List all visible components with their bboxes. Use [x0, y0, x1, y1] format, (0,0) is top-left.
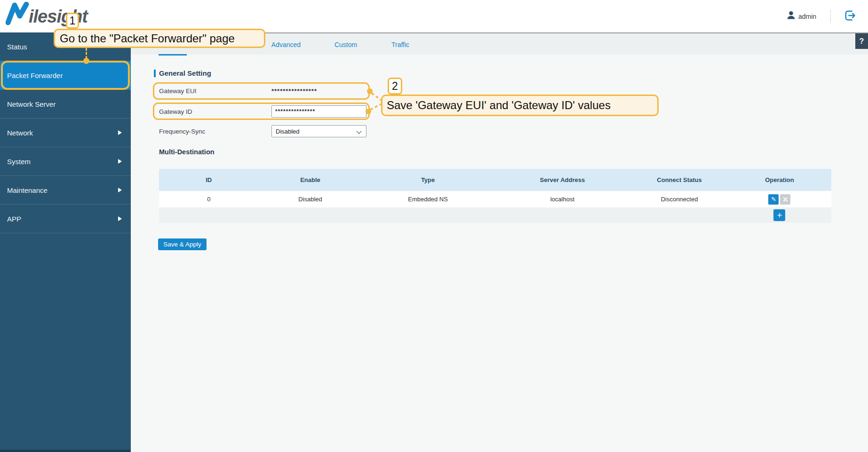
edit-button[interactable]: ✎ — [768, 194, 779, 205]
sidebar-item-label: Maintenance — [7, 186, 48, 194]
expand-arrow-icon — [118, 188, 122, 192]
save-apply-button[interactable]: Save & Apply — [158, 238, 207, 250]
step1-connector-dot — [83, 58, 89, 64]
section-accent-bar — [154, 70, 156, 77]
frequency-sync-row: Frequency-Sync Disabled — [131, 122, 394, 141]
expand-arrow-icon — [118, 130, 122, 135]
sidebar-item-app[interactable]: APP — [0, 205, 131, 233]
multi-destination-title: Multi-Destination — [159, 148, 215, 156]
tab-custom[interactable]: Custom — [334, 41, 357, 48]
user-area: admin — [787, 0, 856, 32]
logout-icon[interactable] — [844, 9, 856, 24]
expand-arrow-icon — [118, 216, 122, 221]
cell-operation: ✎ × — [728, 191, 831, 207]
table-row: 0 Disabled Embedded NS localhost Disconn… — [159, 191, 831, 207]
close-icon: × — [782, 195, 788, 204]
col-header-server-address: Server Address — [494, 169, 631, 191]
username-label[interactable]: admin — [798, 13, 816, 20]
help-button[interactable]: ? — [855, 33, 868, 49]
milesight-gateway-ui: ilesight admin Status Packe — [0, 0, 868, 452]
step1-badge: 1 — [66, 13, 79, 29]
col-header-operation: Operation — [728, 169, 831, 191]
tab-advanced[interactable]: Advanced — [271, 41, 301, 48]
expand-arrow-icon — [118, 159, 122, 164]
col-header-enable: Enable — [258, 169, 362, 191]
frequency-sync-select[interactable]: Disabled — [271, 125, 366, 137]
chevron-down-icon — [356, 128, 361, 134]
col-header-connect-status: Connect Status — [631, 169, 728, 191]
logo-m-mark-icon — [6, 2, 32, 27]
sidebar-item-label: Network Server — [7, 100, 56, 108]
delete-button[interactable]: × — [780, 194, 790, 205]
step1-callout: Go to the "Packet Forwarder" page — [54, 29, 265, 48]
sidebar-item-network[interactable]: Network — [0, 119, 131, 147]
step2-callout: Save 'Gateway EUI' and 'Gateway ID' valu… — [381, 95, 659, 116]
step1-connector-line — [86, 48, 87, 59]
table-header-row: ID Enable Type Server Address Connect St… — [159, 169, 831, 191]
col-header-id: ID — [159, 169, 258, 191]
multi-destination-table: ID Enable Type Server Address Connect St… — [159, 169, 831, 223]
user-icon — [787, 11, 796, 22]
col-header-type: Type — [362, 169, 494, 191]
step1-highlight-outline — [1, 61, 130, 90]
cell-id: 0 — [159, 191, 258, 207]
sidebar-item-system[interactable]: System — [0, 147, 131, 176]
app-header: ilesight admin — [0, 0, 868, 32]
sidebar-nav: Status Packet Forwarder Network Server N… — [0, 32, 131, 452]
cell-server-address: localhost — [494, 191, 631, 207]
frequency-sync-label: Frequency-Sync — [159, 128, 205, 135]
frequency-sync-selected-value: Disabled — [276, 128, 300, 135]
table-add-row: + — [159, 207, 831, 223]
add-row-button[interactable]: + — [773, 209, 785, 221]
sidebar-item-label: System — [7, 158, 31, 166]
step2-gateway-id-outline — [153, 103, 370, 120]
plus-icon: + — [777, 211, 782, 220]
sidebar-item-label: Status — [7, 43, 27, 51]
section-title-text: General Setting — [159, 69, 211, 77]
step2-gateway-eui-outline — [153, 82, 370, 100]
sidebar-item-maintenance[interactable]: Maintenance — [0, 176, 131, 205]
sidebar-item-label: APP — [7, 215, 21, 223]
header-divider — [830, 9, 831, 23]
cell-type: Embedded NS — [362, 191, 494, 207]
sidebar-item-label: Network — [7, 129, 33, 137]
sidebar-item-network-server[interactable]: Network Server — [0, 90, 131, 119]
cell-enable: Disabled — [258, 191, 362, 207]
active-tab-underline — [159, 54, 187, 56]
tab-traffic[interactable]: Traffic — [391, 41, 409, 48]
step2-badge: 2 — [388, 78, 402, 95]
cell-connect-status: Disconnected — [631, 191, 728, 207]
general-setting-section: General Setting — [154, 69, 211, 77]
pencil-icon: ✎ — [771, 196, 776, 203]
